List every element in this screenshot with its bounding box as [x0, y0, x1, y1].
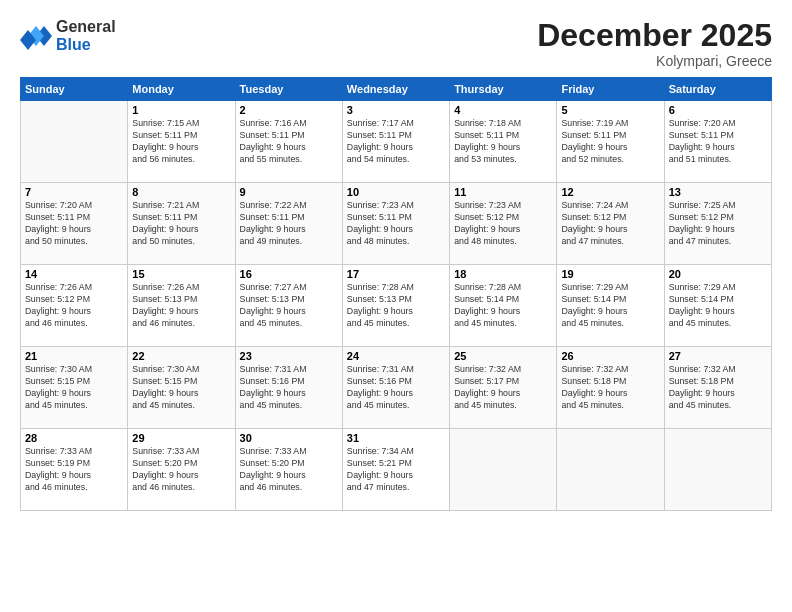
col-header-thursday: Thursday: [450, 78, 557, 101]
col-header-monday: Monday: [128, 78, 235, 101]
day-number: 21: [25, 350, 123, 362]
day-number: 2: [240, 104, 338, 116]
day-info: Sunrise: 7:21 AMSunset: 5:11 PMDaylight:…: [132, 200, 230, 248]
day-info: Sunrise: 7:18 AMSunset: 5:11 PMDaylight:…: [454, 118, 552, 166]
day-number: 18: [454, 268, 552, 280]
day-number: 22: [132, 350, 230, 362]
day-info: Sunrise: 7:32 AMSunset: 5:18 PMDaylight:…: [669, 364, 767, 412]
day-info: Sunrise: 7:34 AMSunset: 5:21 PMDaylight:…: [347, 446, 445, 494]
day-number: 7: [25, 186, 123, 198]
col-header-wednesday: Wednesday: [342, 78, 449, 101]
day-info: Sunrise: 7:28 AMSunset: 5:14 PMDaylight:…: [454, 282, 552, 330]
day-number: 29: [132, 432, 230, 444]
day-cell: 13Sunrise: 7:25 AMSunset: 5:12 PMDayligh…: [664, 183, 771, 265]
day-info: Sunrise: 7:20 AMSunset: 5:11 PMDaylight:…: [669, 118, 767, 166]
day-cell: 9Sunrise: 7:22 AMSunset: 5:11 PMDaylight…: [235, 183, 342, 265]
day-info: Sunrise: 7:27 AMSunset: 5:13 PMDaylight:…: [240, 282, 338, 330]
col-header-sunday: Sunday: [21, 78, 128, 101]
week-row-5: 28Sunrise: 7:33 AMSunset: 5:19 PMDayligh…: [21, 429, 772, 511]
week-row-1: 1Sunrise: 7:15 AMSunset: 5:11 PMDaylight…: [21, 101, 772, 183]
day-number: 23: [240, 350, 338, 362]
day-number: 12: [561, 186, 659, 198]
day-number: 11: [454, 186, 552, 198]
week-row-4: 21Sunrise: 7:30 AMSunset: 5:15 PMDayligh…: [21, 347, 772, 429]
day-info: Sunrise: 7:30 AMSunset: 5:15 PMDaylight:…: [132, 364, 230, 412]
location-subtitle: Kolympari, Greece: [537, 53, 772, 69]
day-info: Sunrise: 7:32 AMSunset: 5:17 PMDaylight:…: [454, 364, 552, 412]
day-info: Sunrise: 7:22 AMSunset: 5:11 PMDaylight:…: [240, 200, 338, 248]
day-number: 14: [25, 268, 123, 280]
day-info: Sunrise: 7:26 AMSunset: 5:12 PMDaylight:…: [25, 282, 123, 330]
day-info: Sunrise: 7:23 AMSunset: 5:12 PMDaylight:…: [454, 200, 552, 248]
day-info: Sunrise: 7:16 AMSunset: 5:11 PMDaylight:…: [240, 118, 338, 166]
day-cell: [21, 101, 128, 183]
day-cell: 8Sunrise: 7:21 AMSunset: 5:11 PMDaylight…: [128, 183, 235, 265]
day-number: 1: [132, 104, 230, 116]
day-cell: 24Sunrise: 7:31 AMSunset: 5:16 PMDayligh…: [342, 347, 449, 429]
day-number: 10: [347, 186, 445, 198]
day-number: 26: [561, 350, 659, 362]
logo-icon: [20, 22, 52, 50]
day-number: 28: [25, 432, 123, 444]
day-cell: 20Sunrise: 7:29 AMSunset: 5:14 PMDayligh…: [664, 265, 771, 347]
day-number: 15: [132, 268, 230, 280]
day-cell: 30Sunrise: 7:33 AMSunset: 5:20 PMDayligh…: [235, 429, 342, 511]
day-number: 4: [454, 104, 552, 116]
day-cell: 14Sunrise: 7:26 AMSunset: 5:12 PMDayligh…: [21, 265, 128, 347]
logo-general: General: [56, 18, 116, 36]
month-title: December 2025: [537, 18, 772, 53]
day-cell: 17Sunrise: 7:28 AMSunset: 5:13 PMDayligh…: [342, 265, 449, 347]
day-info: Sunrise: 7:15 AMSunset: 5:11 PMDaylight:…: [132, 118, 230, 166]
day-number: 19: [561, 268, 659, 280]
day-cell: 28Sunrise: 7:33 AMSunset: 5:19 PMDayligh…: [21, 429, 128, 511]
day-number: 20: [669, 268, 767, 280]
day-number: 31: [347, 432, 445, 444]
title-block: December 2025 Kolympari, Greece: [537, 18, 772, 69]
day-number: 24: [347, 350, 445, 362]
day-cell: 26Sunrise: 7:32 AMSunset: 5:18 PMDayligh…: [557, 347, 664, 429]
day-cell: 25Sunrise: 7:32 AMSunset: 5:17 PMDayligh…: [450, 347, 557, 429]
day-cell: 18Sunrise: 7:28 AMSunset: 5:14 PMDayligh…: [450, 265, 557, 347]
day-number: 27: [669, 350, 767, 362]
calendar-table: SundayMondayTuesdayWednesdayThursdayFrid…: [20, 77, 772, 511]
day-info: Sunrise: 7:24 AMSunset: 5:12 PMDaylight:…: [561, 200, 659, 248]
day-cell: [664, 429, 771, 511]
day-cell: 2Sunrise: 7:16 AMSunset: 5:11 PMDaylight…: [235, 101, 342, 183]
day-cell: 5Sunrise: 7:19 AMSunset: 5:11 PMDaylight…: [557, 101, 664, 183]
day-info: Sunrise: 7:23 AMSunset: 5:11 PMDaylight:…: [347, 200, 445, 248]
day-info: Sunrise: 7:31 AMSunset: 5:16 PMDaylight:…: [240, 364, 338, 412]
day-info: Sunrise: 7:33 AMSunset: 5:20 PMDaylight:…: [240, 446, 338, 494]
day-cell: [557, 429, 664, 511]
day-info: Sunrise: 7:26 AMSunset: 5:13 PMDaylight:…: [132, 282, 230, 330]
page: General Blue December 2025 Kolympari, Gr…: [0, 0, 792, 612]
day-cell: 4Sunrise: 7:18 AMSunset: 5:11 PMDaylight…: [450, 101, 557, 183]
day-info: Sunrise: 7:31 AMSunset: 5:16 PMDaylight:…: [347, 364, 445, 412]
day-cell: 3Sunrise: 7:17 AMSunset: 5:11 PMDaylight…: [342, 101, 449, 183]
day-number: 3: [347, 104, 445, 116]
col-header-saturday: Saturday: [664, 78, 771, 101]
header: General Blue December 2025 Kolympari, Gr…: [20, 18, 772, 69]
day-cell: 11Sunrise: 7:23 AMSunset: 5:12 PMDayligh…: [450, 183, 557, 265]
day-info: Sunrise: 7:33 AMSunset: 5:19 PMDaylight:…: [25, 446, 123, 494]
day-cell: [450, 429, 557, 511]
day-cell: 12Sunrise: 7:24 AMSunset: 5:12 PMDayligh…: [557, 183, 664, 265]
day-cell: 1Sunrise: 7:15 AMSunset: 5:11 PMDaylight…: [128, 101, 235, 183]
header-row: SundayMondayTuesdayWednesdayThursdayFrid…: [21, 78, 772, 101]
day-number: 8: [132, 186, 230, 198]
day-number: 6: [669, 104, 767, 116]
day-number: 17: [347, 268, 445, 280]
week-row-2: 7Sunrise: 7:20 AMSunset: 5:11 PMDaylight…: [21, 183, 772, 265]
day-info: Sunrise: 7:28 AMSunset: 5:13 PMDaylight:…: [347, 282, 445, 330]
day-cell: 21Sunrise: 7:30 AMSunset: 5:15 PMDayligh…: [21, 347, 128, 429]
col-header-friday: Friday: [557, 78, 664, 101]
col-header-tuesday: Tuesday: [235, 78, 342, 101]
day-cell: 27Sunrise: 7:32 AMSunset: 5:18 PMDayligh…: [664, 347, 771, 429]
day-cell: 29Sunrise: 7:33 AMSunset: 5:20 PMDayligh…: [128, 429, 235, 511]
day-info: Sunrise: 7:25 AMSunset: 5:12 PMDaylight:…: [669, 200, 767, 248]
day-info: Sunrise: 7:29 AMSunset: 5:14 PMDaylight:…: [561, 282, 659, 330]
day-info: Sunrise: 7:20 AMSunset: 5:11 PMDaylight:…: [25, 200, 123, 248]
week-row-3: 14Sunrise: 7:26 AMSunset: 5:12 PMDayligh…: [21, 265, 772, 347]
day-number: 5: [561, 104, 659, 116]
day-cell: 6Sunrise: 7:20 AMSunset: 5:11 PMDaylight…: [664, 101, 771, 183]
day-number: 30: [240, 432, 338, 444]
